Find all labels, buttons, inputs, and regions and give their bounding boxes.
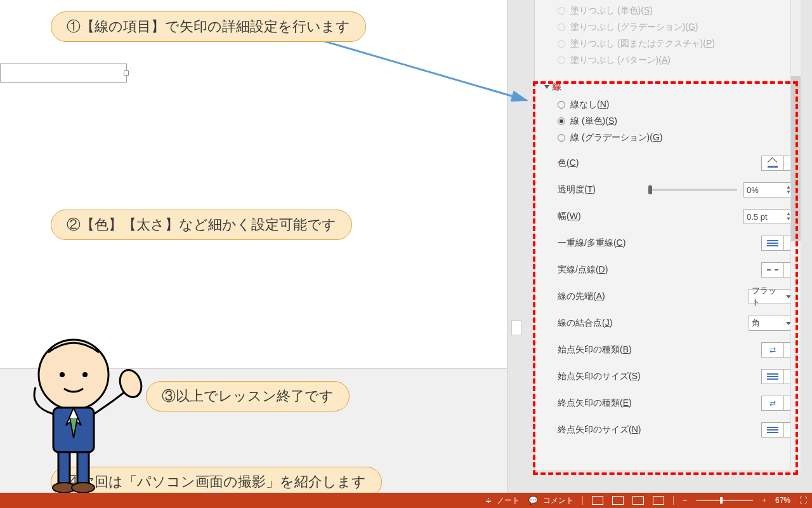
- format-shape-panel: 塗りつぶし (単色)(S) 塗りつぶし (グラデーション)(G) 塗りつぶし (…: [534, 0, 801, 470]
- prop-color: 色(C): [544, 150, 794, 177]
- size-lines-icon: [767, 427, 778, 433]
- view-slideshow-icon[interactable]: [653, 496, 664, 505]
- fill-option-solid: 塗りつぶし (単色)(S): [544, 3, 794, 19]
- cap-combo[interactable]: フラット: [749, 289, 794, 304]
- end-arrow-type-dropdown[interactable]: ⇄: [761, 396, 794, 411]
- slide-scroll-indicator[interactable]: [511, 320, 521, 335]
- comments-button[interactable]: 💬 コメント: [528, 495, 573, 506]
- line-section-title: 線: [553, 81, 561, 93]
- transparency-spinner[interactable]: 0% ▲▼: [743, 182, 794, 197]
- zoom-in[interactable]: +: [762, 496, 766, 505]
- arrows-icon: ⇄: [769, 399, 776, 408]
- dash-dropdown[interactable]: [761, 262, 794, 277]
- notes-button[interactable]: ≑ ノート: [485, 495, 520, 506]
- svg-point-9: [72, 483, 95, 493]
- size-lines-icon: [767, 373, 778, 380]
- compound-dropdown[interactable]: [761, 236, 794, 251]
- join-combo[interactable]: 角: [749, 316, 794, 331]
- slide-canvas: [0, 0, 508, 368]
- prop-begin-arrow-size: 始点矢印のサイズ(S): [544, 363, 794, 390]
- line-option-solid[interactable]: 線 (単色)(S): [544, 113, 794, 130]
- collapse-icon: [544, 85, 549, 89]
- status-bar: ≑ ノート 💬 コメント − + 67% ⛶: [0, 493, 812, 508]
- prop-compound: 一重線/多重線(C): [544, 230, 794, 257]
- zoom-out[interactable]: −: [683, 496, 687, 505]
- line-section-header[interactable]: 線: [544, 77, 794, 97]
- prop-begin-arrow-type: 始点矢印の種類(B) ⇄: [544, 337, 794, 363]
- prop-end-arrow-size: 終点矢印のサイズ(N): [544, 417, 794, 443]
- line-option-none[interactable]: 線なし(N): [544, 97, 794, 113]
- callout-2: ②【色】【太さ】など細かく設定可能です: [51, 210, 352, 240]
- svg-point-3: [82, 372, 88, 377]
- svg-point-1: [39, 340, 108, 410]
- radio-icon: [558, 117, 565, 125]
- view-normal-icon[interactable]: [592, 496, 603, 505]
- color-picker[interactable]: [761, 156, 794, 171]
- view-reading-icon[interactable]: [632, 496, 644, 505]
- dash-line-icon: [767, 269, 778, 271]
- callout-3: ③以上でレッスン終了です: [146, 381, 350, 411]
- svg-rect-7: [77, 452, 89, 484]
- transparency-slider[interactable]: [648, 189, 737, 191]
- begin-arrow-size-dropdown[interactable]: [761, 369, 794, 384]
- begin-arrow-type-dropdown[interactable]: ⇄: [761, 342, 794, 358]
- end-arrow-size-dropdown[interactable]: [761, 422, 794, 438]
- svg-point-2: [60, 372, 65, 377]
- fill-option-gradient: 塗りつぶし (グラデーション)(G): [544, 19, 794, 36]
- compound-line-icon: [767, 240, 778, 246]
- prop-dash: 実線/点線(D): [544, 257, 794, 283]
- prop-end-arrow-type: 終点矢印の種類(E) ⇄: [544, 390, 794, 417]
- fit-to-window-icon[interactable]: ⛶: [799, 496, 807, 505]
- prop-join: 線の結合点(J) 角: [544, 310, 794, 337]
- line-option-gradient[interactable]: 線 (グラデーション)(G): [544, 130, 794, 146]
- mascot-illustration: [4, 330, 143, 495]
- fill-option-pattern: 塗りつぶし (パターン)(A): [544, 52, 794, 69]
- width-spinner[interactable]: 0.5 pt ▲▼: [743, 209, 794, 224]
- panel-scrollbar[interactable]: [790, 0, 801, 470]
- zoom-slider[interactable]: [696, 500, 753, 501]
- view-sorter-icon[interactable]: [612, 496, 624, 505]
- resize-handle[interactable]: [124, 70, 129, 76]
- arrows-icon: ⇄: [769, 345, 776, 354]
- radio-icon: [558, 134, 565, 142]
- pen-underline-icon: [768, 159, 778, 168]
- prop-width: 幅(W) 0.5 pt ▲▼: [544, 203, 794, 230]
- prop-transparency: 透明度(T) 0% ▲▼: [544, 177, 794, 203]
- selected-shape[interactable]: [0, 64, 127, 83]
- zoom-value[interactable]: 67%: [775, 496, 790, 505]
- prop-cap: 線の先端(A) フラット: [544, 283, 794, 310]
- callout-1: ①【線の項目】で矢印の詳細設定を行います: [51, 11, 366, 42]
- fill-option-picture: 塗りつぶし (図またはテクスチャ)(P): [544, 36, 794, 52]
- svg-rect-6: [58, 452, 70, 484]
- fill-section-disabled: 塗りつぶし (単色)(S) 塗りつぶし (グラデーション)(G) 塗りつぶし (…: [544, 3, 794, 69]
- radio-icon: [558, 101, 565, 109]
